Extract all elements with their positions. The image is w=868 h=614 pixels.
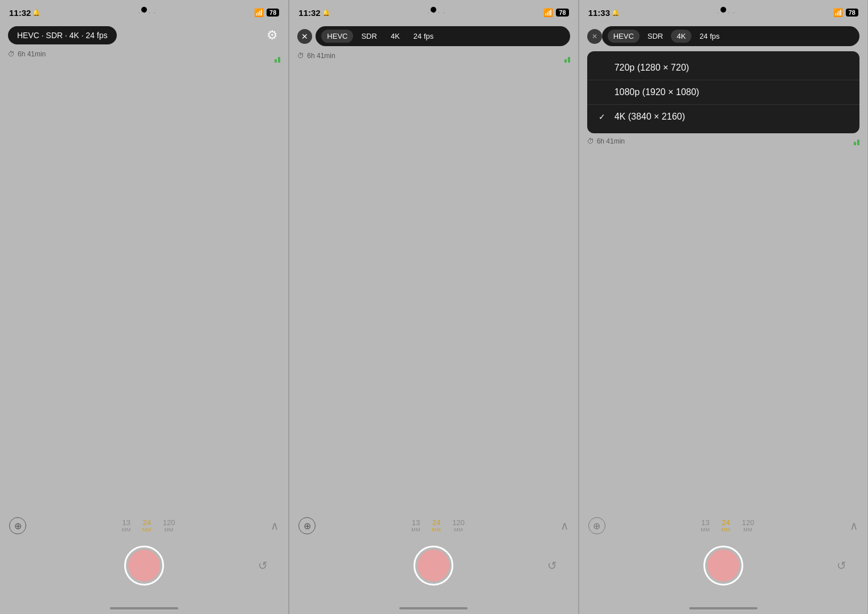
settings-icon-1[interactable]: ⚙ xyxy=(264,27,280,43)
res-1080p[interactable]: 1080p (1920 × 1080) xyxy=(587,80,859,104)
time-text-3: 11:33 xyxy=(588,8,610,18)
battery-2: 78 xyxy=(556,9,568,17)
status-bar-1: 11:32 🔔 · · · · 📶 78 xyxy=(0,0,288,23)
dynamic-island-1 xyxy=(141,7,147,13)
storage-duration-2: 6h 41min xyxy=(307,52,335,60)
storage-icon-2: ⏱ xyxy=(297,52,304,60)
record-inner-2 xyxy=(417,550,449,582)
resolution-dropdown: 720p (1280 × 720) 1080p (1920 × 1080) ✓ … xyxy=(587,51,859,133)
res-720p-label: 720p (1280 × 720) xyxy=(615,63,689,73)
bar-s21 xyxy=(564,59,567,63)
storage-icon-1: ⏱ xyxy=(8,50,15,58)
zoom-icon-2[interactable]: ⊕ xyxy=(298,517,316,534)
zoom-icon-1[interactable]: ⊕ xyxy=(9,517,26,534)
res-720p[interactable]: 720p (1280 × 720) xyxy=(587,56,859,80)
status-right-2: 📶 78 xyxy=(543,8,568,17)
wifi-icon-1: 📶 xyxy=(254,8,264,17)
top-toolbar-2: ✕ HEVC SDR 4K 24 fps xyxy=(289,23,578,50)
focal-120-2[interactable]: 120 MM xyxy=(452,518,465,533)
phone-panel-1: 11:32 🔔 · · · · 📶 78 HEVC · SDR · 4K · 2… xyxy=(0,0,289,614)
home-indicator-3 xyxy=(689,607,758,609)
up-arrow-2[interactable]: ∧ xyxy=(560,519,569,533)
record-inner-1 xyxy=(128,550,160,582)
storage-info-1: ⏱ 6h 41min xyxy=(0,48,288,60)
bar-s32 xyxy=(857,140,859,145)
storage-duration-1: 6h 41min xyxy=(18,50,46,58)
check-4k: ✓ xyxy=(599,112,609,121)
focal-13-1[interactable]: 13 MM xyxy=(122,518,131,533)
time-3: 11:33 🔔 xyxy=(588,8,620,18)
focal-lengths-1: 13 MM 24 MM 120 MM xyxy=(122,518,175,533)
phone-panel-2: 11:32 🔔 · · · · 📶 78 ✕ HEVC SDR 4K 24 fp… xyxy=(289,0,578,614)
hevc-pill-2[interactable]: HEVC xyxy=(321,30,353,43)
time-2: 11:32 🔔 xyxy=(298,8,330,18)
close-button-2[interactable]: ✕ xyxy=(297,29,312,44)
storage-icon-3: ⏱ xyxy=(587,137,594,145)
storage-duration-3: 6h 41min xyxy=(597,137,625,145)
time-text-1: 11:32 xyxy=(9,8,31,18)
battery-3: 78 xyxy=(846,9,858,17)
battery-1: 78 xyxy=(267,9,279,17)
zoom-controls-1: ⊕ 13 MM 24 MM 120 MM ∧ xyxy=(0,517,288,534)
record-area-1: ↺ xyxy=(0,546,288,586)
flip-icon-3[interactable]: ↺ xyxy=(833,557,850,574)
record-area-3: ↺ xyxy=(579,546,867,586)
fps-pill-2[interactable]: 24 fps xyxy=(408,30,439,43)
storage-info-2: ⏱ 6h 41min xyxy=(289,50,578,62)
focal-lengths-3: 13 MM 24 MM 120 MM xyxy=(701,518,754,533)
record-button-2[interactable] xyxy=(413,546,453,586)
top-toolbar-1: HEVC · SDR · 4K · 24 fps ⚙ xyxy=(0,23,288,48)
home-indicator-1 xyxy=(110,607,178,609)
focal-24-3[interactable]: 24 MM xyxy=(721,518,730,533)
signal-bars-1 xyxy=(275,57,280,63)
4k-pill-2[interactable]: 4K xyxy=(385,30,406,43)
zoom-controls-3: ⊕ 13 MM 24 MM 120 MM ∧ xyxy=(579,517,867,534)
focal-13-3[interactable]: 13 MM xyxy=(701,518,710,533)
record-inner-3 xyxy=(707,550,739,582)
flip-icon-1[interactable]: ↺ xyxy=(254,557,271,574)
phone-panel-3: 11:33 🔔 · · · · 📶 78 ✕ HEVC SDR 4K 24 fp… xyxy=(579,0,868,614)
focal-lengths-2: 13 MM 24 MM 120 MM xyxy=(411,518,465,533)
time-text-2: 11:32 xyxy=(298,8,320,18)
sdr-pill-3[interactable]: SDR xyxy=(642,30,669,43)
home-indicator-2 xyxy=(399,607,468,609)
record-area-2: ↺ xyxy=(289,546,578,586)
zoom-icon-3[interactable]: ⊕ xyxy=(588,517,605,534)
wifi-icon-3: 📶 xyxy=(833,8,843,17)
focal-24-1[interactable]: 24 MM xyxy=(142,518,152,533)
status-right-3: 📶 78 xyxy=(833,8,858,17)
fps-pill-3[interactable]: 24 fps xyxy=(694,30,725,43)
close-button-3[interactable]: ✕ xyxy=(587,29,602,44)
up-arrow-1[interactable]: ∧ xyxy=(271,519,279,533)
sdr-pill-2[interactable]: SDR xyxy=(355,30,382,43)
bar-s2 xyxy=(278,57,280,63)
hevc-pill-3[interactable]: HEVC xyxy=(608,30,640,43)
bell-icon-1: 🔔 xyxy=(32,9,40,17)
record-button-1[interactable] xyxy=(124,546,164,586)
focal-120-1[interactable]: 120 MM xyxy=(163,518,175,533)
bar-s1 xyxy=(275,59,277,63)
status-right-1: 📶 78 xyxy=(254,8,279,17)
flip-icon-2[interactable]: ↺ xyxy=(544,557,561,574)
res-4k-label: 4K (3840 × 2160) xyxy=(615,112,685,122)
res-4k[interactable]: ✓ 4K (3840 × 2160) xyxy=(587,104,859,129)
top-toolbar-3: ✕ HEVC SDR 4K 24 fps xyxy=(579,23,867,50)
up-arrow-3[interactable]: ∧ xyxy=(850,519,858,533)
4k-pill-3[interactable]: 4K xyxy=(671,30,691,43)
format-bar-2: HEVC SDR 4K 24 fps xyxy=(316,26,570,46)
time-1: 11:32 🔔 xyxy=(9,8,40,18)
bar-s22 xyxy=(568,57,570,63)
record-button-3[interactable] xyxy=(703,546,743,586)
signal-bars-3 xyxy=(854,140,859,145)
focal-24-2[interactable]: 24 MM xyxy=(432,518,441,533)
format-pill-1[interactable]: HEVC · SDR · 4K · 24 fps xyxy=(8,26,117,44)
focal-120-3[interactable]: 120 MM xyxy=(742,518,754,533)
bell-icon-2: 🔔 xyxy=(322,9,330,17)
dynamic-island-3 xyxy=(720,7,726,13)
signal-bars-2 xyxy=(564,57,570,63)
close-x-2: ✕ xyxy=(301,32,308,41)
focal-13-2[interactable]: 13 MM xyxy=(411,518,420,533)
status-bar-2: 11:32 🔔 · · · · 📶 78 xyxy=(289,0,578,23)
zoom-controls-2: ⊕ 13 MM 24 MM 120 MM ∧ xyxy=(289,517,578,534)
status-bar-3: 11:33 🔔 · · · · 📶 78 xyxy=(579,0,867,23)
